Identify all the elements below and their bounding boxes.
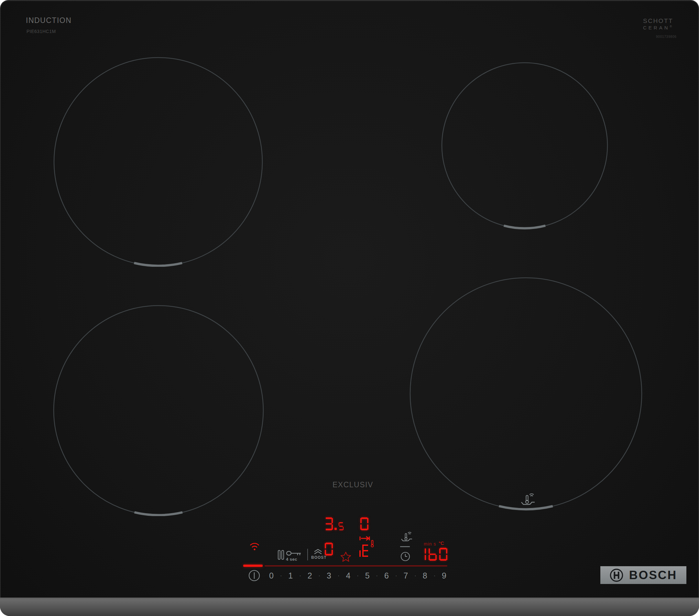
level-separator: · xyxy=(376,572,378,579)
boost-chevrons-icon[interactable] xyxy=(313,549,323,554)
level-4[interactable]: 4 xyxy=(346,571,350,580)
power-level-slider[interactable]: 0 · 1 · 2 · 3 · 4 · 5 · 6 · 7 · 8 · 9 xyxy=(269,571,446,580)
level-3[interactable]: 3 xyxy=(327,571,331,580)
key-icon[interactable] xyxy=(286,550,302,557)
level-7[interactable]: 7 xyxy=(403,571,408,580)
level-6[interactable]: 6 xyxy=(384,571,389,580)
glass-code-label: 9001739806 xyxy=(656,35,677,39)
boost-label[interactable]: BOOST xyxy=(311,555,327,560)
bosch-badge: BOSCH xyxy=(601,566,686,584)
display-back-right-level xyxy=(359,517,370,530)
level-0[interactable]: 0 xyxy=(269,571,274,580)
frying-sensor-display xyxy=(359,536,374,558)
wifi-icon xyxy=(248,541,261,551)
timer-units-label: min s xyxy=(424,541,436,547)
zone-position-marker xyxy=(54,57,262,266)
sensor-underline xyxy=(400,546,410,547)
induction-hob-surface: INDUCTION PIE631HC1M SCHOTT CERAN® 90017… xyxy=(0,0,699,616)
registered-mark: ® xyxy=(670,25,672,28)
front-edge-strip xyxy=(0,598,699,616)
level-separator: · xyxy=(395,572,397,579)
cooking-zone-front-left xyxy=(53,305,264,516)
frying-sensor-glyph xyxy=(359,545,368,557)
star-icon[interactable] xyxy=(340,551,351,562)
level-8[interactable]: 8 xyxy=(423,571,427,580)
level-separator: · xyxy=(299,572,301,579)
slider-active-segment xyxy=(243,565,263,567)
clock-icon[interactable] xyxy=(400,552,410,561)
cooking-zone-back-left xyxy=(53,57,263,267)
level-2[interactable]: 2 xyxy=(308,571,312,580)
slider-track-line[interactable] xyxy=(265,565,447,566)
display-back-left-level xyxy=(324,517,345,530)
thermometer-icon xyxy=(371,540,373,547)
level-separator: · xyxy=(318,572,320,579)
cooking-zone-back-right xyxy=(440,62,609,230)
schott-line: SCHOTT xyxy=(643,18,673,24)
level-1[interactable]: 1 xyxy=(288,571,293,580)
display-front-left-level xyxy=(324,543,334,555)
display-timer-temperature xyxy=(417,548,449,561)
series-label: EXCLUSIV xyxy=(332,481,373,489)
level-5[interactable]: 5 xyxy=(365,571,370,580)
zone-position-marker xyxy=(410,278,642,509)
zone-position-marker xyxy=(442,63,607,228)
level-separator: · xyxy=(433,572,435,579)
frying-sensor-button-icon[interactable] xyxy=(400,529,413,543)
ceran-line: CERAN® xyxy=(643,25,673,30)
model-number-label: PIE631HC1M xyxy=(27,29,56,34)
pan-sensor-wifi-icon xyxy=(519,490,536,507)
level-separator: · xyxy=(357,572,359,579)
schott-ceran-logo: SCHOTT CERAN® xyxy=(643,18,673,30)
bosch-logo-text: BOSCH xyxy=(629,568,677,582)
level-separator: · xyxy=(414,572,416,579)
lock-hold-label: 4 sec xyxy=(286,557,297,562)
bosch-armature-icon xyxy=(610,568,623,582)
power-icon[interactable] xyxy=(248,570,260,581)
induction-label: INDUCTION xyxy=(26,16,71,25)
cooking-zone-front-right xyxy=(409,277,643,511)
level-separator: · xyxy=(280,572,282,579)
temperature-unit-label: °C xyxy=(439,540,444,546)
transfer-arrow-icon xyxy=(360,536,369,540)
level-separator: · xyxy=(338,572,340,579)
level-9[interactable]: 9 xyxy=(442,571,446,580)
panel-divider xyxy=(307,549,308,560)
pause-icon[interactable] xyxy=(278,550,285,560)
zone-position-marker xyxy=(54,306,263,515)
